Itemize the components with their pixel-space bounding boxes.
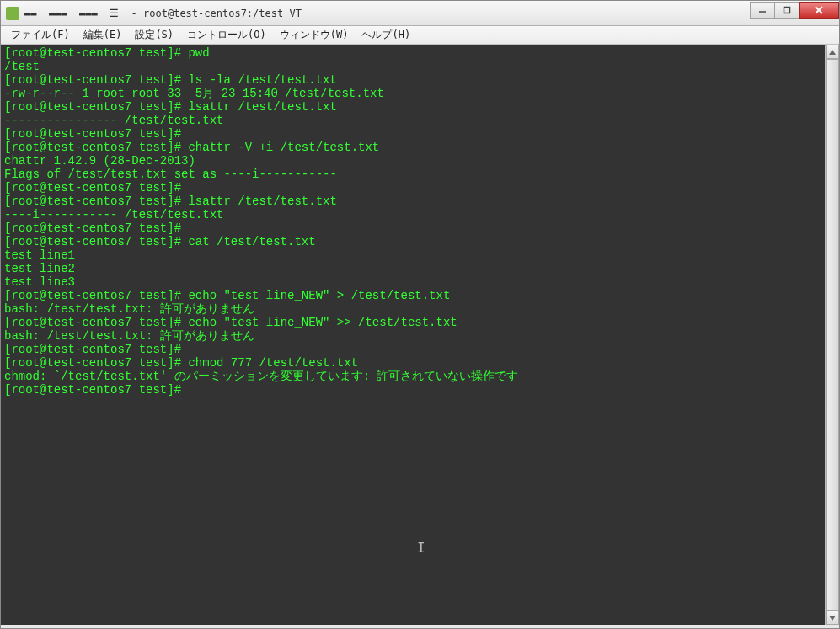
terminal-area: [root@test-centos7 test]# pwd/test[root@… <box>1 45 839 625</box>
close-icon <box>815 6 823 14</box>
terminal-line: [root@test-centos7 test]# lsattr /test/t… <box>4 195 836 208</box>
terminal-line: [root@test-centos7 test]# lsattr /test/t… <box>4 100 836 114</box>
text-cursor-icon: I <box>417 540 424 553</box>
maximize-icon <box>783 6 791 14</box>
terminal-line: [root@test-centos7 test]# <box>4 221 836 235</box>
scroll-up-button[interactable] <box>826 45 839 59</box>
menu-file[interactable]: ファイル(F) <box>4 26 77 44</box>
app-window: ▬▬ ▬▬▬ ▬▬▬ ☰ - root@test-centos7:/test V… <box>0 0 840 629</box>
terminal-line: test line2 <box>4 262 836 275</box>
terminal-line: [root@test-centos7 test]# pwd <box>4 46 836 60</box>
terminal-line: ----i----------- /test/test.txt <box>4 208 836 221</box>
scroll-down-button[interactable] <box>826 610 839 625</box>
titlebar[interactable]: ▬▬ ▬▬▬ ▬▬▬ ☰ - root@test-centos7:/test V… <box>1 1 839 26</box>
terminal-line: [root@test-centos7 test]# <box>4 127 836 141</box>
menu-control[interactable]: コントロール(O) <box>180 26 273 44</box>
terminal-line: test line1 <box>4 248 836 262</box>
terminal-line: bash: /test/test.txt: 許可がありません <box>4 329 836 343</box>
chevron-down-icon <box>829 616 836 621</box>
app-icon <box>6 7 19 20</box>
terminal-line: [root@test-centos7 test]# ls -la /test/t… <box>4 73 836 87</box>
terminal-line: [root@test-centos7 test]# cat /test/test… <box>4 235 836 248</box>
menu-edit[interactable]: 編集(E) <box>77 26 129 44</box>
terminal-line: chattr 1.42.9 (28-Dec-2013) <box>4 154 836 168</box>
terminal-line: [root@test-centos7 test]# echo "test lin… <box>4 316 836 329</box>
minimize-icon <box>758 6 767 14</box>
menu-window[interactable]: ウィンドウ(W) <box>273 26 356 44</box>
menu-help[interactable]: ヘルプ(H) <box>355 26 417 44</box>
terminal-line: [root@test-centos7 test]# <box>4 383 836 397</box>
svg-rect-1 <box>784 7 790 13</box>
terminal-line: [root@test-centos7 test]# <box>4 343 836 356</box>
menu-setup[interactable]: 設定(S) <box>128 26 180 44</box>
statusbar <box>1 625 839 628</box>
vertical-scrollbar[interactable] <box>825 45 839 625</box>
maximize-button[interactable] <box>774 2 800 19</box>
scroll-thumb[interactable] <box>826 59 839 610</box>
window-title: ▬▬ ▬▬▬ ▬▬▬ ☰ - root@test-centos7:/test V… <box>24 8 751 19</box>
terminal-line: [root@test-centos7 test]# echo "test lin… <box>4 289 836 302</box>
terminal-line: ---------------- /test/test.txt <box>4 114 836 127</box>
svg-marker-4 <box>829 50 836 55</box>
terminal-line: [root@test-centos7 test]# <box>4 181 836 195</box>
window-controls <box>751 2 839 20</box>
terminal-line: test line3 <box>4 275 836 289</box>
terminal-line: /test <box>4 60 836 73</box>
terminal-line: Flags of /test/test.txt set as ----i----… <box>4 168 836 181</box>
menubar: ファイル(F) 編集(E) 設定(S) コントロール(O) ウィンドウ(W) ヘ… <box>1 26 839 45</box>
terminal-line: -rw-r--r-- 1 root root 33 5月 23 15:40 /t… <box>4 87 836 100</box>
svg-marker-5 <box>829 616 836 621</box>
chevron-up-icon <box>829 50 836 55</box>
terminal-line: [root@test-centos7 test]# chattr -V +i /… <box>4 141 836 154</box>
terminal-line: bash: /test/test.txt: 許可がありません <box>4 302 836 316</box>
terminal-line: [root@test-centos7 test]# chmod 777 /tes… <box>4 356 836 370</box>
close-button[interactable] <box>799 2 839 19</box>
terminal[interactable]: [root@test-centos7 test]# pwd/test[root@… <box>1 45 839 398</box>
minimize-button[interactable] <box>750 2 775 19</box>
scroll-track[interactable] <box>826 59 839 610</box>
terminal-line: chmod: `/test/test.txt' のパーミッションを変更しています… <box>4 370 836 383</box>
